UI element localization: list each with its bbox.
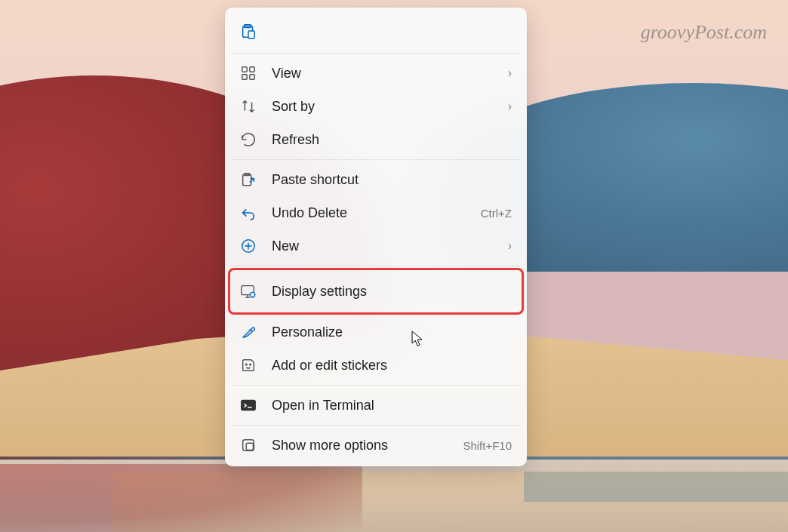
separator: [231, 266, 521, 266]
menu-item-label: New: [272, 238, 508, 254]
menu-item-label: Refresh: [272, 132, 512, 148]
menu-item-shortcut: Shift+F10: [463, 439, 512, 452]
svg-rect-16: [246, 443, 253, 450]
chevron-right-icon: ›: [508, 66, 512, 80]
paintbrush-icon: [240, 324, 257, 340]
svg-rect-8: [243, 174, 251, 186]
separator: [231, 385, 521, 386]
menu-item-refresh[interactable]: Refresh: [229, 123, 522, 156]
menu-item-label: Show more options: [272, 438, 463, 454]
menu-item-label: View: [272, 66, 508, 81]
terminal-icon: [240, 397, 257, 414]
menu-item-display-settings[interactable]: Display settings: [229, 269, 522, 313]
more-options-icon: [240, 437, 257, 454]
plus-circle-icon: [240, 238, 257, 254]
separator: [231, 425, 521, 426]
menu-item-new[interactable]: New ›: [229, 229, 522, 263]
menu-item-label: Display settings: [272, 284, 512, 300]
menu-item-label: Paste shortcut: [272, 172, 512, 188]
svg-rect-4: [250, 67, 254, 72]
watermark-text: groovyPost.com: [641, 21, 767, 44]
separator: [231, 159, 521, 160]
menu-item-label: Open in Terminal: [272, 398, 512, 414]
menu-item-open-terminal[interactable]: Open in Terminal: [229, 389, 522, 422]
desktop-context-menu: View › Sort by › Refresh Past: [225, 8, 527, 466]
chevron-right-icon: ›: [508, 100, 512, 113]
svg-point-11: [250, 292, 254, 297]
sticker-icon: [240, 357, 257, 374]
paste-shortcut-icon: [240, 171, 257, 188]
context-menu-toolbar: [229, 12, 522, 50]
menu-item-label: Add or edit stickers: [272, 358, 512, 374]
sort-icon: [240, 98, 257, 115]
undo-icon: [240, 204, 257, 221]
menu-item-label: Personalize: [272, 324, 512, 340]
menu-item-shortcut: Ctrl+Z: [481, 207, 512, 220]
menu-item-show-more-options[interactable]: Show more options Shift+F10: [229, 429, 522, 462]
separator: [231, 53, 521, 54]
chevron-right-icon: ›: [508, 239, 512, 253]
svg-rect-5: [242, 75, 247, 79]
svg-point-12: [245, 364, 247, 365]
menu-item-label: Undo Delete: [272, 205, 481, 221]
svg-rect-2: [248, 31, 254, 38]
menu-item-paste-shortcut[interactable]: Paste shortcut: [229, 163, 522, 196]
menu-item-personalize[interactable]: Personalize: [229, 315, 522, 349]
menu-item-label: Sort by: [272, 99, 508, 115]
svg-rect-14: [242, 401, 255, 411]
svg-rect-6: [250, 75, 254, 79]
svg-point-13: [250, 364, 251, 365]
grid-icon: [240, 65, 257, 81]
menu-item-sort-by[interactable]: Sort by ›: [229, 90, 522, 123]
paste-icon[interactable]: [240, 23, 257, 39]
refresh-icon: [240, 131, 257, 148]
svg-rect-3: [242, 67, 247, 72]
menu-item-undo-delete[interactable]: Undo Delete Ctrl+Z: [229, 196, 522, 229]
menu-item-view[interactable]: View ›: [229, 57, 522, 90]
display-settings-icon: [240, 283, 257, 300]
menu-item-stickers[interactable]: Add or edit stickers: [229, 349, 522, 382]
